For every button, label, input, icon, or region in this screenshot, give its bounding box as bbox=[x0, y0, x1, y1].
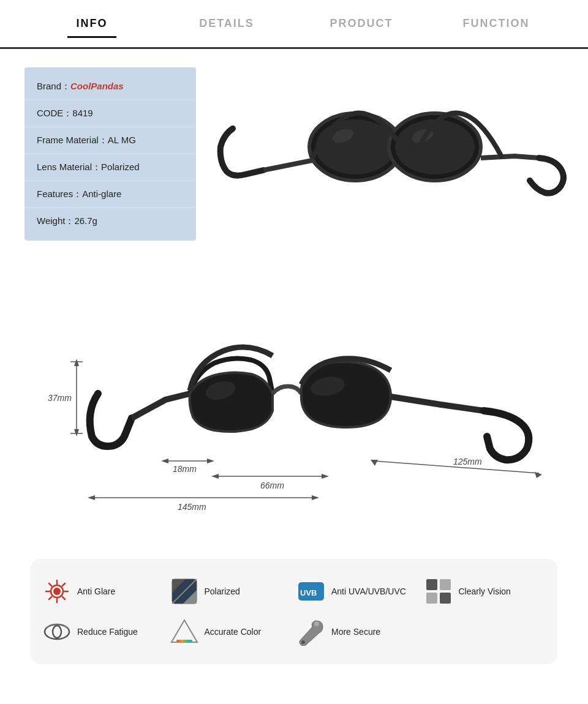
brand-value: CoolPandas bbox=[70, 81, 124, 91]
secure-icon bbox=[297, 618, 325, 646]
fatigue-icon bbox=[43, 618, 71, 646]
polarized-label: Polarized bbox=[205, 586, 240, 596]
color-icon bbox=[170, 618, 198, 646]
features-value: Anti-glare bbox=[82, 189, 121, 199]
frame-label: Frame Material： bbox=[37, 135, 108, 145]
feature-anti-uv: UVB Anti UVA/UVB/UVC bbox=[297, 577, 418, 605]
svg-marker-53 bbox=[172, 620, 197, 642]
feature-color: Accurate Color bbox=[170, 618, 292, 646]
vision-icon bbox=[424, 577, 453, 605]
svg-point-55 bbox=[301, 640, 305, 644]
brand-label: Brand： bbox=[37, 81, 70, 91]
svg-line-38 bbox=[62, 597, 65, 599]
svg-text:66mm: 66mm bbox=[260, 481, 284, 490]
feature-anti-glare: Anti Glare bbox=[43, 577, 164, 605]
dimensions-svg: 37mm 18mm 66mm 145mm 125mm bbox=[24, 271, 551, 528]
svg-point-52 bbox=[53, 626, 61, 638]
svg-rect-50 bbox=[440, 593, 451, 604]
nav-product[interactable]: PRODUCT bbox=[294, 11, 429, 36]
svg-line-37 bbox=[49, 583, 51, 586]
weight-label: Weight： bbox=[37, 215, 74, 226]
svg-marker-14 bbox=[161, 459, 168, 463]
code-label: CODE： bbox=[37, 108, 72, 118]
dimensions-section: 37mm 18mm 66mm 145mm 125mm bbox=[24, 271, 564, 534]
svg-rect-49 bbox=[426, 593, 437, 604]
navigation: INFO DETAILS PRODUCT FUNCTION bbox=[0, 0, 588, 49]
svg-marker-18 bbox=[211, 474, 219, 479]
glasses-hero-svg bbox=[214, 67, 570, 227]
uvb-icon: UVB bbox=[297, 577, 325, 605]
frame-row: Frame Material：AL MG bbox=[24, 127, 196, 154]
color-label: Accurate Color bbox=[205, 627, 262, 637]
code-value: 8419 bbox=[72, 108, 92, 118]
code-row: CODE：8419 bbox=[24, 100, 196, 127]
weight-row: Weight：26.7g bbox=[24, 208, 196, 234]
svg-point-56 bbox=[314, 621, 319, 626]
lens-value: Polarized bbox=[101, 162, 140, 172]
svg-point-32 bbox=[53, 588, 61, 595]
svg-marker-9 bbox=[74, 359, 79, 366]
feature-polarized: Polarized bbox=[170, 577, 292, 605]
svg-rect-47 bbox=[426, 579, 437, 590]
anti-uv-text: Anti UVA/UVB/UVC bbox=[331, 586, 406, 596]
svg-text:125mm: 125mm bbox=[453, 457, 482, 466]
svg-line-40 bbox=[49, 597, 51, 599]
svg-text:145mm: 145mm bbox=[178, 502, 206, 512]
feature-spacer bbox=[424, 618, 546, 646]
svg-marker-21 bbox=[88, 495, 95, 500]
glasses-hero bbox=[214, 67, 570, 227]
frame-value: AL MG bbox=[108, 135, 136, 145]
svg-marker-15 bbox=[207, 459, 214, 463]
svg-marker-24 bbox=[371, 460, 378, 466]
fatigue-label: Reduce Fatigue bbox=[77, 627, 138, 637]
main-content: Brand：CoolPandas CODE：8419 Frame Materia… bbox=[0, 49, 588, 683]
svg-marker-10 bbox=[74, 429, 79, 436]
features-label: Features： bbox=[37, 189, 82, 199]
svg-text:UVB: UVB bbox=[300, 588, 317, 597]
vision-label: Clearly Vision bbox=[459, 586, 511, 596]
secure-label: More Secure bbox=[331, 627, 380, 637]
svg-text:18mm: 18mm bbox=[173, 464, 197, 474]
feature-vision: Clearly Vision bbox=[424, 577, 546, 605]
svg-rect-48 bbox=[440, 579, 451, 590]
spec-table: Brand：CoolPandas CODE：8419 Frame Materia… bbox=[24, 67, 196, 241]
brand-row: Brand：CoolPandas bbox=[24, 73, 196, 100]
feature-fatigue: Reduce Fatigue bbox=[43, 618, 164, 646]
svg-line-39 bbox=[62, 583, 65, 586]
weight-value: 26.7g bbox=[74, 215, 97, 226]
lens-row: Lens Material：Polarized bbox=[24, 154, 196, 181]
lens-label: Lens Material： bbox=[37, 162, 101, 172]
svg-marker-19 bbox=[322, 474, 329, 479]
anti-glare-label: Anti Glare bbox=[77, 586, 115, 596]
nav-details[interactable]: DETAILS bbox=[159, 11, 294, 36]
svg-marker-22 bbox=[312, 495, 319, 500]
nav-function[interactable]: FUNCTION bbox=[429, 11, 564, 36]
sun-icon bbox=[43, 577, 71, 605]
svg-text:37mm: 37mm bbox=[48, 393, 72, 403]
features-row: Features：Anti-glare bbox=[24, 181, 196, 208]
svg-rect-54 bbox=[176, 640, 192, 642]
info-section: Brand：CoolPandas CODE：8419 Frame Materia… bbox=[24, 67, 564, 241]
nav-info[interactable]: INFO bbox=[24, 11, 159, 36]
svg-point-4 bbox=[395, 119, 475, 174]
feature-secure: More Secure bbox=[297, 618, 418, 646]
anti-uv-label: Anti UVA/UVB/UVC bbox=[331, 586, 406, 596]
polarized-icon bbox=[170, 577, 198, 605]
features-box: Anti Glare Polarized UVB bbox=[31, 559, 557, 664]
